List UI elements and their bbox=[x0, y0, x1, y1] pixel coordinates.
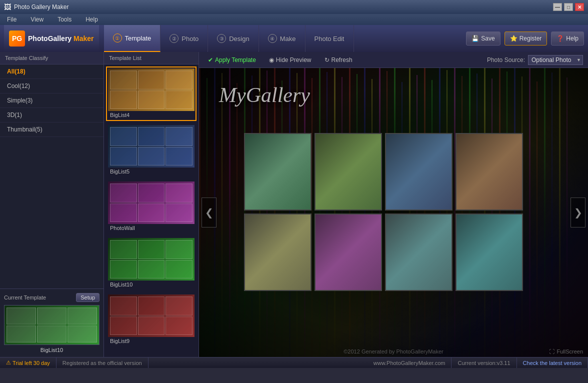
left-arrow-icon: ❮ bbox=[205, 206, 214, 218]
template-item-biglist5[interactable]: BigList5 bbox=[106, 123, 196, 178]
logo-text: PhotoGallery Maker bbox=[28, 34, 94, 42]
category-3d[interactable]: 3D(1) bbox=[0, 108, 104, 122]
save-button[interactable]: 💾 Save bbox=[466, 32, 500, 46]
status-website: www.PhotoGalleryMaker.com bbox=[368, 358, 452, 368]
current-template-mini-photos bbox=[6, 308, 97, 342]
photo-cell-1[interactable] bbox=[244, 133, 312, 210]
photo-cell-6-inner bbox=[316, 214, 381, 290]
fullscreen-button[interactable]: ⛶ FullScreen bbox=[549, 348, 583, 354]
template-item-biglist4[interactable]: BigList4 bbox=[106, 66, 196, 121]
mp bbox=[138, 184, 165, 202]
photo-grid bbox=[244, 133, 523, 291]
template-item-biglist9[interactable]: BigList9 bbox=[106, 292, 196, 347]
photo-cell-4[interactable] bbox=[456, 133, 523, 210]
mp bbox=[110, 240, 137, 259]
category-simple[interactable]: Simple(3) bbox=[0, 94, 104, 108]
menu-help[interactable]: Help bbox=[82, 15, 101, 24]
mini-photo-1 bbox=[6, 308, 36, 324]
template-thumb-photowall bbox=[108, 182, 194, 224]
template-list-area: Template List BigL bbox=[104, 52, 199, 357]
photo-cell-6[interactable] bbox=[314, 214, 382, 291]
preview-canvas: MyGallery bbox=[199, 68, 588, 357]
mp bbox=[166, 240, 192, 259]
register-button[interactable]: ⭐ Register bbox=[504, 32, 548, 46]
mp bbox=[166, 147, 192, 166]
register-icon: ⭐ bbox=[510, 35, 518, 42]
template-item-photowall[interactable]: PhotoWall bbox=[106, 180, 196, 234]
template-item-biglist10[interactable]: BigList10 bbox=[106, 236, 196, 290]
status-registered: Registered as the official version bbox=[56, 358, 148, 368]
mp bbox=[166, 296, 192, 316]
maximize-button[interactable]: □ bbox=[564, 3, 573, 11]
app-icon: 🖼 bbox=[4, 3, 11, 11]
mp bbox=[110, 184, 137, 202]
minimize-button[interactable]: — bbox=[553, 3, 562, 11]
status-update[interactable]: Check the latest version bbox=[517, 358, 588, 368]
mp bbox=[166, 90, 192, 110]
preview-wrapper: ✔ Apply Template ◉ Hide Preview ↻ Refres… bbox=[199, 52, 588, 357]
sidebar-header-label: Template Classify bbox=[5, 55, 48, 61]
register-label: Register bbox=[520, 35, 542, 42]
gallery-title: MyGallery bbox=[219, 83, 310, 107]
mp bbox=[166, 127, 192, 146]
mp bbox=[110, 316, 137, 336]
save-label: Save bbox=[481, 35, 494, 42]
titlebar-left: 🖼 Photo Gallery Maker bbox=[4, 3, 68, 11]
category-thumbnail[interactable]: Thumbnail(5) bbox=[0, 122, 104, 137]
right-arrow-icon: ❯ bbox=[574, 206, 582, 218]
photo-cell-2-inner bbox=[316, 134, 381, 210]
photo-cell-3[interactable] bbox=[385, 133, 452, 210]
toolbar-right: 💾 Save ⭐ Register ❓ Help bbox=[466, 32, 584, 46]
template-thumb-biglist4 bbox=[108, 68, 194, 111]
help-label: Help bbox=[566, 35, 578, 42]
tab-template[interactable]: ① Template bbox=[104, 25, 161, 52]
template-list-scroll[interactable]: BigList4 BigList5 bbox=[104, 64, 198, 357]
refresh-label: Refresh bbox=[332, 56, 352, 64]
refresh-button[interactable]: ↻ Refresh bbox=[320, 55, 356, 65]
setup-button[interactable]: Setup bbox=[76, 293, 100, 302]
save-icon: 💾 bbox=[472, 35, 479, 42]
help-button[interactable]: ❓ Help bbox=[551, 32, 584, 46]
website-text: www.PhotoGalleryMaker.com bbox=[374, 360, 446, 366]
mini-photo-4 bbox=[6, 326, 36, 342]
template-name-biglist5: BigList5 bbox=[108, 168, 194, 176]
tab-photo[interactable]: ② Photo bbox=[160, 25, 208, 52]
photo-cell-2[interactable] bbox=[314, 133, 382, 210]
close-button[interactable]: ✕ bbox=[575, 3, 584, 11]
menu-tools[interactable]: Tools bbox=[54, 15, 74, 24]
apply-template-button[interactable]: ✔ Apply Template bbox=[204, 55, 260, 65]
mini-photo-2 bbox=[37, 308, 66, 324]
hide-preview-button[interactable]: ◉ Hide Preview bbox=[265, 55, 316, 65]
menu-view[interactable]: View bbox=[28, 15, 46, 24]
mp bbox=[110, 127, 137, 146]
photo-cell-1-inner bbox=[245, 134, 310, 210]
tab-design[interactable]: ③ Design bbox=[208, 25, 258, 52]
thumb-bg-biglist4 bbox=[108, 68, 194, 111]
logo-area: PG PhotoGallery Maker bbox=[4, 25, 99, 52]
menu-file[interactable]: File bbox=[4, 15, 20, 24]
template-thumb-biglist5 bbox=[108, 125, 194, 168]
thumb-bg-photowall bbox=[108, 182, 194, 224]
photo-source-select[interactable]: Optional Photo My Photos Sample Photos bbox=[528, 55, 583, 65]
registered-text: Registered as the official version bbox=[62, 360, 142, 366]
mp bbox=[138, 147, 165, 166]
sidebar-header: Template Classify bbox=[0, 52, 104, 64]
nav-right-arrow[interactable]: ❯ bbox=[570, 198, 586, 228]
mini-photo-6 bbox=[68, 326, 97, 342]
category-cool[interactable]: Cool(12) bbox=[0, 79, 104, 94]
thumb-bg-biglist5 bbox=[108, 125, 194, 168]
nav-left-arrow[interactable]: ❮ bbox=[202, 198, 216, 228]
titlebar: 🖼 Photo Gallery Maker — □ ✕ bbox=[0, 0, 588, 14]
photo-cell-8[interactable] bbox=[456, 214, 523, 291]
mp bbox=[138, 204, 165, 222]
photo-cell-8-inner bbox=[456, 214, 522, 290]
mp bbox=[166, 316, 192, 336]
tab-make[interactable]: ④ Make bbox=[259, 25, 306, 52]
tab-photo-edit[interactable]: Photo Edit bbox=[306, 25, 354, 52]
mp bbox=[110, 147, 137, 166]
photo-cell-5[interactable] bbox=[244, 214, 312, 291]
photo-cell-7[interactable] bbox=[385, 214, 452, 291]
refresh-icon: ↻ bbox=[324, 56, 330, 64]
category-all[interactable]: All(18) bbox=[0, 64, 104, 79]
status-trial: ⚠ Trial left 30 day bbox=[0, 358, 56, 368]
